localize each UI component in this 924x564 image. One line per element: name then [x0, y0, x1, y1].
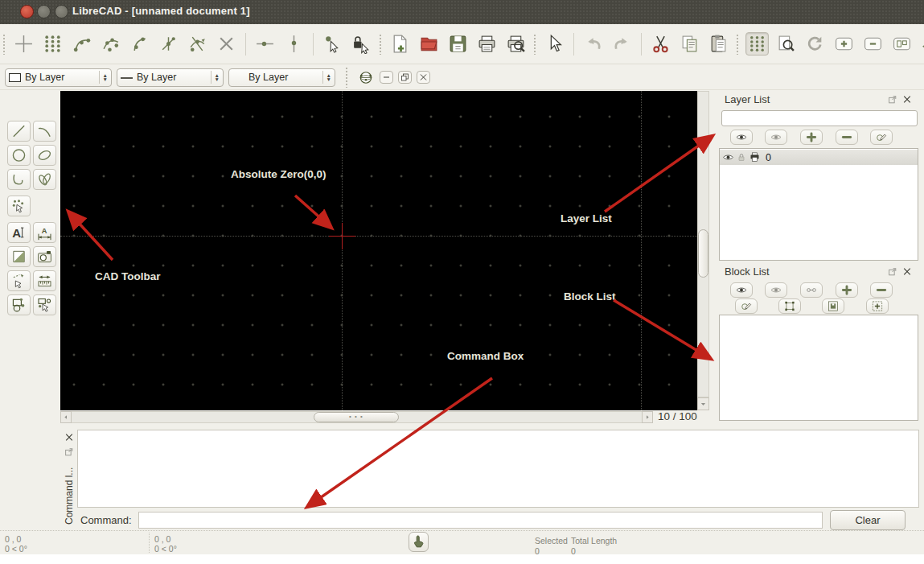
maximize-icon[interactable]: [55, 5, 68, 19]
window-minimize-icon[interactable]: [380, 71, 393, 84]
layer-filter-input[interactable]: [721, 110, 918, 126]
command-dock-float-icon[interactable]: [64, 447, 75, 457]
grid-toggle-icon[interactable]: [745, 32, 769, 56]
snap-grid-icon[interactable]: [41, 32, 64, 56]
print-preview-icon[interactable]: [504, 32, 528, 56]
redo-icon[interactable]: [610, 32, 634, 56]
add-block-icon[interactable]: [836, 282, 858, 298]
set-relative-zero-icon[interactable]: [321, 32, 344, 56]
snap-middle-icon[interactable]: [157, 32, 180, 56]
toolbar-separator: [313, 33, 314, 56]
toolbar-grip[interactable]: [533, 34, 537, 55]
open-document-icon[interactable]: [417, 32, 441, 56]
pen-width-select[interactable]: By Layer ▲▼: [117, 68, 224, 87]
block-show-all-icon[interactable]: [730, 282, 753, 298]
draw-text-icon[interactable]: A: [7, 222, 31, 243]
layer-print-icon[interactable]: [749, 151, 761, 163]
draw-ellipse-icon[interactable]: [33, 145, 56, 166]
draw-line-icon[interactable]: [7, 121, 31, 142]
layer-row[interactable]: 0: [720, 150, 918, 165]
restrict-horizontal-icon[interactable]: [253, 32, 277, 56]
zoom-previous-icon[interactable]: [919, 32, 924, 56]
block-edit-icon[interactable]: [33, 294, 56, 315]
edit-block-icon[interactable]: [778, 298, 801, 314]
clear-button[interactable]: Clear: [830, 510, 906, 530]
lock-relative-zero-icon[interactable]: [350, 32, 373, 56]
add-layer-icon[interactable]: [800, 130, 823, 145]
annotation-command-box: Command Box: [447, 350, 524, 362]
block-panel-float-icon[interactable]: [887, 266, 898, 277]
redraw-icon[interactable]: [803, 32, 827, 56]
command-dock-close-icon[interactable]: [64, 432, 75, 443]
block-hide-all-icon[interactable]: [765, 282, 787, 298]
select-entity-icon[interactable]: [7, 270, 31, 291]
minimize-icon[interactable]: [37, 5, 51, 19]
pen-color-select[interactable]: By Layer ▲▼: [5, 68, 112, 87]
draw-arc-icon[interactable]: [33, 121, 56, 142]
scroll-down-icon[interactable]: [697, 397, 709, 410]
mdi-sphere-icon[interactable]: [357, 69, 375, 86]
draw-circle-icon[interactable]: [7, 145, 31, 166]
snap-none-icon[interactable]: [215, 32, 238, 56]
paste-icon[interactable]: [707, 32, 730, 56]
snap-free-icon[interactable]: [12, 32, 35, 56]
layer-panel-close-icon[interactable]: [901, 94, 913, 105]
toolbar-grip[interactable]: [736, 34, 740, 55]
snap-intersection-icon[interactable]: [186, 32, 209, 56]
measure-icon[interactable]: [33, 270, 56, 291]
annotation-block-list: Block List: [564, 290, 616, 303]
new-document-icon[interactable]: [388, 32, 412, 56]
zoom-window-icon[interactable]: [774, 32, 798, 56]
layer-panel-float-icon[interactable]: [887, 94, 898, 105]
block-list[interactable]: [719, 315, 918, 421]
zoom-in-icon[interactable]: [832, 32, 856, 56]
hand-press-icon[interactable]: [409, 532, 429, 552]
toolbar-grip[interactable]: [2, 34, 6, 55]
block-create-icon[interactable]: [7, 294, 31, 315]
layer-list[interactable]: 0: [719, 148, 918, 261]
scroll-left-icon[interactable]: [60, 411, 72, 423]
edit-layer-icon[interactable]: [870, 130, 893, 145]
toolbar-grip[interactable]: [379, 34, 383, 55]
vertical-scrollbar-thumb[interactable]: [698, 229, 708, 278]
insert-image-icon[interactable]: [33, 246, 56, 267]
insert-block-icon[interactable]: [866, 298, 889, 314]
save-document-icon[interactable]: [446, 32, 470, 56]
scroll-right-icon[interactable]: [642, 411, 653, 423]
command-input[interactable]: [138, 512, 823, 529]
print-icon[interactable]: [475, 32, 499, 56]
draw-polyline-icon[interactable]: [7, 169, 31, 190]
pen-linetype-select[interactable]: By Layer ▲▼: [228, 68, 335, 87]
restrict-vertical-icon[interactable]: [282, 32, 306, 56]
zoom-auto-icon[interactable]: [890, 32, 914, 56]
close-icon[interactable]: [20, 5, 34, 19]
draw-spline-icon[interactable]: [33, 169, 56, 190]
hatch-icon[interactable]: [7, 246, 31, 267]
save-block-icon[interactable]: [822, 298, 844, 314]
zoom-out-icon[interactable]: [861, 32, 885, 56]
window-restore-icon[interactable]: [398, 71, 412, 84]
layer-hide-all-icon[interactable]: [765, 130, 787, 145]
cut-icon[interactable]: [649, 32, 672, 56]
layer-show-all-icon[interactable]: [730, 130, 753, 145]
horizontal-scrollbar-thumb[interactable]: • • •: [314, 412, 399, 422]
remove-layer-icon[interactable]: [836, 130, 858, 145]
block-panel-close-icon[interactable]: [901, 266, 913, 277]
toolbar-grip[interactable]: [345, 67, 349, 88]
layer-lock-icon[interactable]: [737, 152, 746, 163]
undo-icon[interactable]: [581, 32, 605, 56]
snap-center-icon[interactable]: [128, 32, 151, 56]
snap-on-entity-icon[interactable]: [99, 32, 122, 56]
snap-endpoint-icon[interactable]: [70, 32, 93, 56]
draw-point-icon[interactable]: [7, 196, 31, 216]
layer-visible-icon[interactable]: [722, 151, 734, 163]
rename-block-icon[interactable]: [735, 298, 758, 314]
copy-icon[interactable]: [678, 32, 701, 56]
block-link-icon[interactable]: [800, 282, 823, 298]
selection-pointer-icon[interactable]: [543, 32, 566, 56]
command-history[interactable]: [77, 430, 919, 508]
window-close-icon[interactable]: [417, 71, 430, 84]
remove-block-icon[interactable]: [870, 282, 893, 298]
drawing-canvas[interactable]: Absolute Zero(0,0) CAD Toolbar Layer Lis…: [60, 91, 697, 410]
dimension-icon[interactable]: A: [33, 222, 56, 243]
